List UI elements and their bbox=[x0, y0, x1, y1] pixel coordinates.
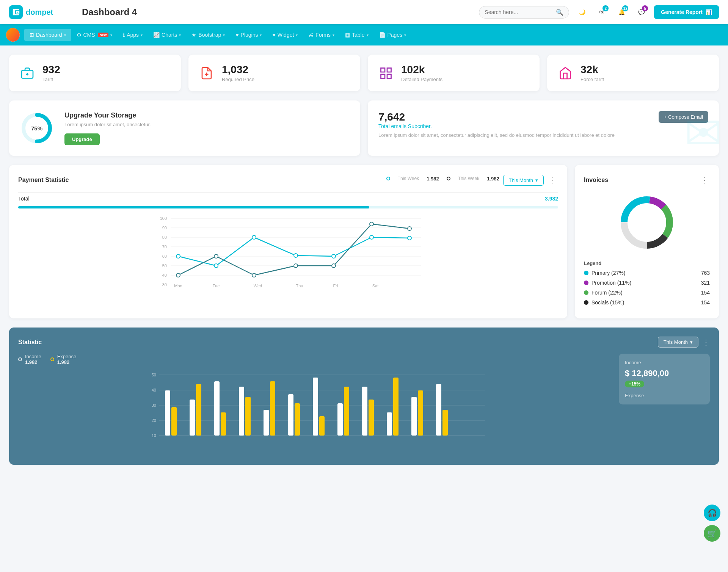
shop-badge: 2 bbox=[602, 5, 609, 11]
total-label: Total bbox=[18, 196, 30, 202]
generate-report-button[interactable]: Generate Report 📊 bbox=[654, 5, 719, 19]
stat-legend-expense: Expense 1.982 bbox=[50, 354, 77, 365]
legend-section-title: Legend bbox=[584, 260, 710, 266]
nav-bar: ⊞ Dashboard ▾ ⚙ CMS New ▾ ℹ Apps ▾ 📈 Cha… bbox=[0, 24, 728, 45]
legend-value-socials: 154 bbox=[701, 299, 710, 306]
svg-text:Mon: Mon bbox=[174, 284, 182, 288]
email-description: Lorem ipsum dolor sit amet, consectetur … bbox=[378, 132, 615, 138]
nav-item-bootstrap[interactable]: ★ Bootstrap ▾ bbox=[186, 29, 230, 41]
logo-text: dompet bbox=[26, 8, 53, 17]
chart-controls: This Week 1.982 This Week 1.982 This Mon… bbox=[386, 174, 558, 186]
forms-icon: 🖨 bbox=[308, 32, 314, 38]
storage-card: 75% Upgrade Your Storage Lorem ipsum dol… bbox=[9, 100, 360, 156]
legend-item-socials-left: Socials (15%) bbox=[584, 299, 624, 306]
price-value: 1,032 bbox=[222, 64, 254, 76]
svg-text:60: 60 bbox=[162, 254, 167, 259]
invoices-donut-wrap bbox=[584, 192, 710, 253]
nav-item-dashboard[interactable]: ⊞ Dashboard ▾ bbox=[24, 29, 71, 41]
bar-chart-right: Income $ 12,890,00 +15% Expense bbox=[611, 354, 710, 456]
nav-item-charts[interactable]: 📈 Charts ▾ bbox=[148, 29, 186, 41]
nav-item-forms[interactable]: 🖨 Forms ▾ bbox=[303, 29, 340, 41]
payments-value: 102k bbox=[401, 64, 442, 76]
legend-value-promotion: 321 bbox=[701, 280, 710, 286]
svg-text:40: 40 bbox=[162, 273, 167, 277]
nav-label-plugins: Plugins bbox=[241, 32, 258, 38]
theme-toggle-btn[interactable]: 🌙 bbox=[575, 5, 589, 19]
month-btn-label: This Month bbox=[509, 177, 533, 183]
storage-title: Upgrade Your Storage bbox=[64, 111, 151, 119]
notification-badge: 12 bbox=[622, 5, 628, 11]
nav-label-bootstrap: Bootstrap bbox=[198, 32, 221, 38]
svg-text:20: 20 bbox=[152, 418, 156, 423]
bar-chart-svg: 50 40 30 20 10 bbox=[18, 371, 611, 454]
nav-label-widget: Widget bbox=[278, 32, 294, 38]
svg-rect-72 bbox=[295, 403, 300, 436]
notification-btn[interactable]: 🔔 12 bbox=[615, 5, 628, 19]
upgrade-button[interactable]: Upgrade bbox=[64, 133, 100, 145]
this-month-button[interactable]: This Month ▾ bbox=[503, 175, 544, 186]
chevron-down-icon-plugins: ▾ bbox=[260, 33, 262, 37]
svg-point-37 bbox=[332, 264, 336, 268]
progress-bar-fill bbox=[18, 206, 369, 208]
invoices-legend: Legend Primary (27%) 763 Promotion (11%)… bbox=[584, 260, 710, 306]
nav-item-widget[interactable]: ♥ Widget ▾ bbox=[267, 29, 303, 41]
chevron-down-icon-cms: ▾ bbox=[110, 33, 112, 37]
stat-cards-grid: 932 Tariff 1,032 Required Price 102k Det… bbox=[9, 55, 719, 91]
svg-rect-62 bbox=[171, 407, 177, 436]
statistic-more-btn[interactable]: ⋮ bbox=[702, 338, 710, 347]
legend-label-promotion: Promotion (11%) bbox=[592, 280, 631, 286]
storage-donut: 75% bbox=[20, 111, 54, 145]
generate-report-label: Generate Report bbox=[661, 9, 703, 15]
statistic-month-label: This Month bbox=[664, 339, 688, 345]
legend-item-promotion-left: Promotion (11%) bbox=[584, 280, 631, 286]
svg-rect-64 bbox=[196, 384, 201, 436]
legend-color-socials bbox=[584, 300, 588, 305]
tariff-value: 932 bbox=[42, 64, 60, 76]
stat-card-force-tariff: 32k Force tariff bbox=[547, 55, 719, 91]
statistic-controls: This Month ▾ ⋮ bbox=[658, 337, 710, 348]
nav-item-cms[interactable]: ⚙ CMS New ▾ bbox=[71, 29, 118, 41]
legend-item-socials: Socials (15%) 154 bbox=[584, 299, 710, 306]
nav-label-forms: Forms bbox=[315, 32, 331, 38]
statistic-month-button[interactable]: This Month ▾ bbox=[658, 337, 698, 348]
moon-icon: 🌙 bbox=[579, 9, 585, 15]
invoices-card: Invoices ⋮ bbox=[575, 165, 719, 318]
chat-btn[interactable]: 💬 5 bbox=[634, 5, 648, 19]
nav-item-table[interactable]: ▦ Table ▾ bbox=[340, 29, 373, 41]
charts-icon: 📈 bbox=[153, 32, 160, 38]
invoices-more-btn[interactable]: ⋮ bbox=[699, 174, 710, 186]
bar-chart-area: Income 1.982 Expense 1.982 bbox=[18, 354, 710, 456]
payment-chart-title: Payment Statistic bbox=[18, 177, 69, 183]
legend-value-primary: 763 bbox=[701, 270, 710, 276]
email-bg-icon: ✉ bbox=[684, 107, 719, 156]
svg-rect-5 bbox=[381, 68, 385, 72]
svg-rect-79 bbox=[387, 412, 392, 436]
invoices-title: Invoices bbox=[584, 177, 608, 183]
svg-point-34 bbox=[214, 254, 218, 258]
invoices-header: Invoices ⋮ bbox=[584, 174, 710, 186]
email-label: Total emails Subcriber. bbox=[378, 123, 615, 129]
shop-btn[interactable]: 🛍 2 bbox=[595, 5, 609, 19]
svg-point-29 bbox=[294, 254, 298, 257]
statistic-section: Statistic This Month ▾ ⋮ Income 1.982 bbox=[9, 328, 719, 465]
chevron-down-icon-bootstrap: ▾ bbox=[223, 33, 225, 37]
expense-section-label: Expense bbox=[625, 393, 704, 398]
stat-legend-income: Income 1.982 bbox=[18, 354, 41, 365]
svg-rect-82 bbox=[418, 390, 423, 436]
search-input[interactable] bbox=[485, 9, 553, 15]
nav-item-apps[interactable]: ℹ Apps ▾ bbox=[118, 29, 148, 41]
email-count: 7,642 bbox=[378, 111, 615, 123]
svg-text:50: 50 bbox=[162, 263, 167, 268]
line-chart-wrap: 100 90 80 70 60 50 40 30 bbox=[18, 215, 558, 291]
legend-row: This Week 1.982 This Week 1.982 bbox=[386, 176, 499, 182]
statistic-title: Statistic bbox=[18, 339, 42, 346]
progress-bar bbox=[18, 206, 558, 208]
svg-point-33 bbox=[176, 273, 180, 277]
nav-item-pages[interactable]: 📄 Pages ▾ bbox=[374, 29, 412, 41]
svg-point-38 bbox=[370, 222, 373, 226]
more-options-button[interactable]: ⋮ bbox=[548, 174, 558, 186]
nav-item-plugins[interactable]: ♥ Plugins ▾ bbox=[230, 29, 267, 41]
svg-point-26 bbox=[176, 254, 180, 258]
header-right: 🔍 🌙 🛍 2 🔔 12 💬 5 Generate Report 📊 bbox=[479, 5, 719, 19]
required-price-icon bbox=[198, 64, 216, 82]
